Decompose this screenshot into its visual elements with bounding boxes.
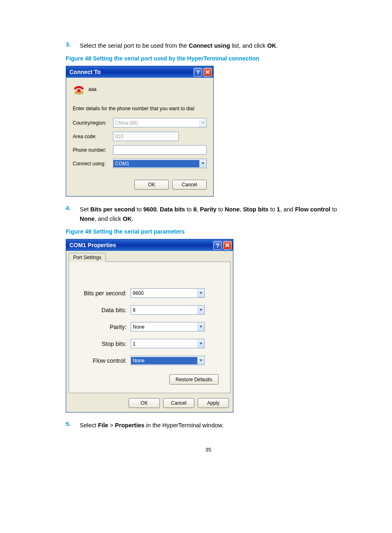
step-5: 5. Select File > Properties in the Hyper…	[66, 421, 351, 430]
bits-per-second-label: Bits per second:	[81, 290, 131, 297]
area-code-input	[113, 132, 179, 141]
step-text: Select File > Properties in the HyperTer…	[80, 421, 224, 430]
parity-label: Parity:	[81, 324, 131, 330]
dialog-prompt: Enter details for the phone number that …	[73, 106, 207, 111]
cancel-button[interactable]: Cancel	[172, 180, 207, 190]
flow-control-select[interactable]: None	[131, 356, 205, 365]
dialog-title: Connect To	[69, 69, 101, 75]
connect-using-select[interactable]: COM1	[113, 159, 207, 168]
figure-49-caption: Figure 49 Setting the serial port parame…	[66, 228, 351, 235]
step-3: 3. Select the serial port to be used fro…	[66, 41, 351, 50]
step-text: Select the serial port to be used from t…	[80, 41, 278, 50]
svg-rect-1	[77, 89, 81, 92]
dialog-title: COM1 Properties	[69, 242, 116, 248]
phone-number-input[interactable]	[113, 145, 207, 155]
step-number: 4.	[66, 205, 80, 223]
stop-bits-label: Stop bits:	[81, 341, 131, 347]
chevron-down-icon[interactable]	[197, 322, 204, 331]
flow-control-label: Flow control:	[81, 357, 131, 364]
chevron-down-icon	[199, 118, 206, 127]
connect-using-label: Connect using:	[73, 161, 113, 167]
bits-per-second-select[interactable]: 9600	[131, 288, 205, 298]
restore-defaults-button[interactable]: Restore Defaults	[169, 374, 219, 385]
chevron-down-icon[interactable]	[197, 289, 204, 297]
figure-48-caption: Figure 48 Setting the serial port used b…	[66, 55, 351, 62]
apply-button[interactable]: Apply	[198, 398, 229, 408]
titlebar: Connect To ? ✕	[66, 66, 213, 78]
stop-bits-select[interactable]: 1	[131, 339, 205, 348]
step-number: 5.	[66, 421, 80, 430]
country-label: Country/region:	[73, 120, 113, 126]
step-4: 4. Set Bits per second to 9600, Data bit…	[66, 205, 351, 223]
ok-button[interactable]: OK	[134, 180, 169, 190]
data-bits-select[interactable]: 8	[131, 305, 205, 315]
data-bits-label: Data bits:	[81, 307, 131, 313]
page-number: 35	[66, 447, 351, 453]
tab-panel: Bits per second: 9600 Data bits: 8 Parit…	[69, 262, 231, 393]
help-button[interactable]: ?	[194, 68, 202, 76]
phone-icon	[73, 83, 85, 95]
close-button[interactable]: ✕	[203, 68, 212, 76]
close-button[interactable]: ✕	[223, 241, 232, 250]
chevron-down-icon[interactable]	[199, 159, 206, 168]
parity-select[interactable]: None	[131, 322, 205, 331]
area-code-label: Area code:	[73, 134, 113, 139]
chevron-down-icon[interactable]	[197, 339, 204, 348]
tab-port-settings[interactable]: Port Settings	[69, 253, 106, 262]
chevron-down-icon[interactable]	[197, 306, 204, 314]
ok-button[interactable]: OK	[129, 398, 160, 408]
com1-properties-dialog: COM1 Properties ? ✕ Port Settings Bits p…	[66, 239, 233, 412]
connect-to-dialog: Connect To ? ✕ aaa Enter details for the…	[66, 66, 214, 197]
titlebar: COM1 Properties ? ✕	[66, 239, 233, 251]
help-button[interactable]: ?	[213, 241, 222, 250]
country-select: China (86)	[113, 118, 207, 127]
step-number: 3.	[66, 41, 80, 50]
step-text: Set Bits per second to 9600, Data bits t…	[80, 205, 351, 223]
chevron-down-icon[interactable]	[197, 356, 204, 365]
cancel-button[interactable]: Cancel	[163, 398, 194, 408]
connection-name: aaa	[88, 86, 97, 92]
tab-strip: Port Settings	[66, 251, 233, 262]
phone-number-label: Phone number:	[73, 147, 113, 153]
